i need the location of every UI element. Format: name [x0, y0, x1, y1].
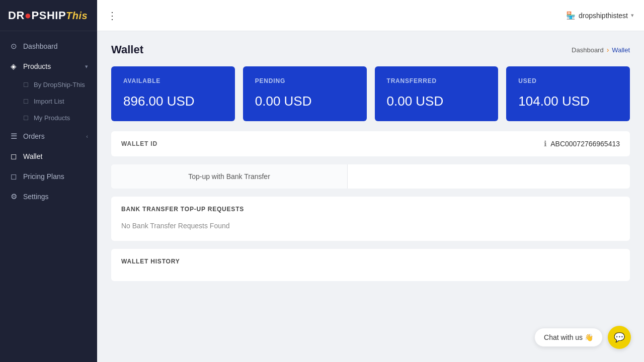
menu-dots[interactable]: ⋮ — [107, 10, 118, 22]
sidebar-item-pricing[interactable]: ◻ Pricing Plans — [0, 166, 97, 187]
sidebar-item-label: Dashboard — [23, 42, 88, 50]
sidebar-item-products[interactable]: ◈ Products ▾ — [0, 56, 97, 76]
dashboard-icon: ⊙ — [9, 42, 18, 51]
products-icon: ◈ — [9, 62, 18, 71]
main-area: ⋮ 🏪 dropshipthistest ▾ Wallet Dashboard … — [97, 0, 644, 362]
wallet-id-label: WALLET ID — [121, 140, 157, 147]
card-value: 0.00 USD — [255, 94, 355, 109]
sidebar-item-wallet[interactable]: ◻ Wallet — [0, 146, 97, 166]
wallet-id-section: WALLET ID ℹ ABC00072766965413 — [111, 131, 630, 156]
breadcrumb-current: Wallet — [612, 46, 630, 54]
topbar: ⋮ 🏪 dropshipthistest ▾ — [97, 0, 644, 31]
breadcrumb: Dashboard › Wallet — [572, 46, 630, 54]
card-pending: PENDING 0.00 USD — [243, 66, 367, 121]
card-label: PENDING — [255, 77, 355, 84]
doc-icon: ☐ — [23, 81, 29, 88]
sidebar-nav: ⊙ Dashboard ◈ Products ▾ ☐ By DropShip-T… — [0, 31, 97, 362]
wallet-cards: AVAILABLE 896.00 USD PENDING 0.00 USD TR… — [111, 66, 630, 121]
breadcrumb-separator: › — [607, 46, 609, 54]
orders-icon: ☰ — [9, 132, 18, 141]
logo: DR●PSHIPThis — [8, 9, 88, 22]
sidebar-item-my-products[interactable]: ☐ My Products — [0, 110, 97, 126]
sidebar-sub-label: My Products — [34, 114, 70, 122]
sidebar-item-label: Orders — [23, 132, 81, 140]
card-value: 0.00 USD — [387, 94, 487, 109]
chevron-down-icon: ▾ — [85, 63, 88, 70]
card-used: USED 104.00 USD — [506, 66, 630, 121]
wallet-id-value: ℹ ABC00072766965413 — [544, 139, 620, 148]
wallet-history-section: WALLET HISTORY — [111, 249, 630, 281]
card-transferred: TRANSFERRED 0.00 USD — [375, 66, 499, 121]
page-title: Wallet — [111, 43, 143, 56]
settings-icon: ⚙ — [9, 192, 18, 201]
info-icon: ℹ — [544, 139, 547, 148]
sidebar-item-label: Pricing Plans — [23, 172, 88, 180]
card-available: AVAILABLE 896.00 USD — [111, 66, 235, 121]
topbar-right[interactable]: 🏪 dropshipthistest ▾ — [566, 11, 634, 20]
bank-transfer-title: BANK TRANSFER TOP-UP REQUESTS — [121, 206, 620, 213]
chevron-right-icon: ‹ — [86, 133, 88, 139]
sidebar-logo: DR●PSHIPThis — [0, 0, 97, 31]
pricing-icon: ◻ — [9, 172, 18, 181]
sidebar-item-import-list[interactable]: ☐ Import List — [0, 93, 97, 110]
card-value: 104.00 USD — [518, 94, 618, 109]
topup-bank-transfer-button[interactable]: Top-up with Bank Transfer — [111, 164, 348, 189]
chevron-down-icon: ▾ — [631, 12, 634, 19]
sidebar-item-by-dropship[interactable]: ☐ By DropShip-This — [0, 76, 97, 93]
topbar-left: ⋮ — [107, 10, 118, 22]
bank-transfer-section: BANK TRANSFER TOP-UP REQUESTS No Bank Tr… — [111, 197, 630, 241]
sidebar-item-dashboard[interactable]: ⊙ Dashboard — [0, 36, 97, 56]
store-icon: 🏪 — [566, 11, 576, 20]
wallet-history-title: WALLET HISTORY — [121, 258, 620, 265]
sidebar: DR●PSHIPThis ⊙ Dashboard ◈ Products ▾ ☐ … — [0, 0, 97, 362]
sidebar-item-orders[interactable]: ☰ Orders ‹ — [0, 126, 97, 146]
chat-widget: Chat with us 👋 💬 — [534, 326, 631, 349]
chat-icon: 💬 — [614, 332, 625, 343]
page-header: Wallet Dashboard › Wallet — [111, 43, 630, 56]
card-label: TRANSFERRED — [387, 77, 487, 84]
wallet-id-number: ABC00072766965413 — [550, 140, 620, 148]
sidebar-sub-label: Import List — [34, 98, 64, 105]
card-label: AVAILABLE — [123, 77, 223, 84]
wallet-icon: ◻ — [9, 152, 18, 161]
bank-transfer-empty: No Bank Transfer Requests Found — [121, 220, 620, 232]
doc-icon: ☐ — [23, 98, 29, 105]
card-value: 896.00 USD — [123, 94, 223, 109]
chat-button[interactable]: 💬 — [608, 326, 631, 349]
content-area: Wallet Dashboard › Wallet AVAILABLE 896.… — [97, 31, 644, 362]
breadcrumb-home[interactable]: Dashboard — [572, 46, 604, 54]
sidebar-item-label: Wallet — [23, 152, 88, 160]
store-name: dropshipthistest — [579, 12, 628, 20]
card-label: USED — [518, 77, 618, 84]
sidebar-item-label: Products — [23, 62, 80, 70]
sidebar-item-label: Settings — [23, 193, 88, 201]
sidebar-item-settings[interactable]: ⚙ Settings — [0, 187, 97, 207]
sidebar-sub-label: By DropShip-This — [34, 81, 85, 88]
chat-bubble: Chat with us 👋 — [534, 328, 603, 347]
topup-section: Top-up with Bank Transfer — [111, 164, 630, 189]
doc-icon: ☐ — [23, 115, 29, 122]
